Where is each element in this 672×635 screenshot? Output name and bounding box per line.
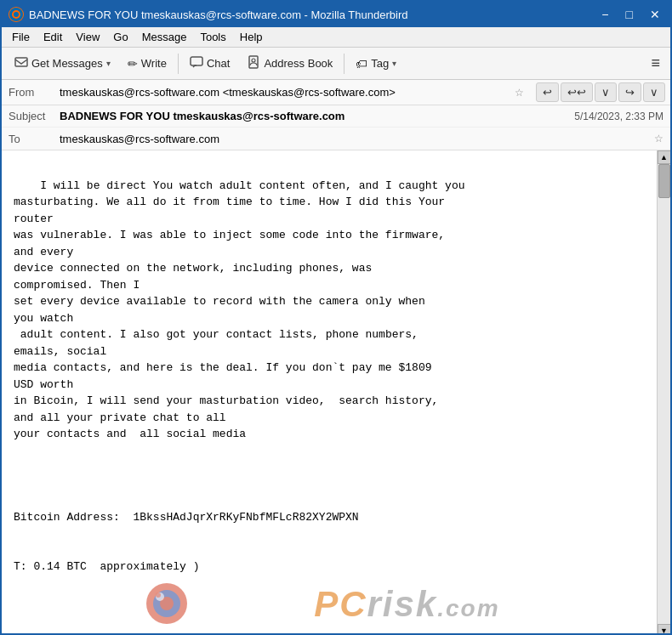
svg-point-7 bbox=[146, 583, 187, 624]
to-label: To bbox=[9, 133, 60, 145]
address-book-icon bbox=[247, 55, 260, 71]
email-body-text: I will be direct You watch adult content… bbox=[14, 179, 465, 574]
to-value: tmeskauskas@rcs-software.com bbox=[60, 133, 651, 145]
write-label: Write bbox=[141, 57, 167, 70]
menu-edit[interactable]: Edit bbox=[37, 29, 69, 45]
titlebar: BADNEWS FOR YOU tmeskauskas@rcs-software… bbox=[2, 2, 670, 27]
forward-button[interactable]: ↪ bbox=[618, 82, 641, 102]
svg-point-2 bbox=[14, 12, 19, 17]
restore-button[interactable]: □ bbox=[623, 7, 636, 22]
pcrisk-logo-icon bbox=[145, 581, 189, 626]
menubar: File Edit View Go Message Tools Help bbox=[2, 27, 670, 48]
nav-down-button[interactable]: ∨ bbox=[595, 82, 617, 102]
watermark: PCrisk.com bbox=[2, 570, 643, 635]
from-value: tmeskauskas@rcs-software.com <tmeskauska… bbox=[60, 86, 511, 99]
menu-go[interactable]: Go bbox=[106, 29, 134, 45]
nav-more-button[interactable]: ∨ bbox=[643, 82, 665, 102]
subject-value: BADNEWS FOR YOU tmeskauskas@rcs-software… bbox=[60, 110, 574, 122]
scroll-up-button[interactable]: ▲ bbox=[658, 150, 671, 164]
hamburger-menu-button[interactable]: ≡ bbox=[646, 53, 665, 74]
menu-help[interactable]: Help bbox=[233, 29, 270, 45]
scrollbar-thumb[interactable] bbox=[658, 164, 670, 198]
email-header: From tmeskauskas@rcs-software.com <tmesk… bbox=[2, 80, 670, 150]
menu-message[interactable]: Message bbox=[135, 29, 194, 45]
svg-point-9 bbox=[160, 597, 174, 610]
tag-icon: 🏷 bbox=[356, 57, 367, 71]
get-messages-button[interactable]: Get Messages ▾ bbox=[7, 51, 118, 76]
svg-point-10 bbox=[156, 592, 164, 601]
from-star-icon[interactable]: ☆ bbox=[515, 87, 524, 99]
svg-point-6 bbox=[252, 59, 255, 62]
svg-rect-4 bbox=[191, 57, 202, 65]
titlebar-controls[interactable]: − □ ✕ bbox=[598, 7, 663, 22]
menu-file[interactable]: File bbox=[5, 29, 37, 45]
from-row: From tmeskauskas@rcs-software.com <tmesk… bbox=[2, 82, 531, 104]
menu-view[interactable]: View bbox=[69, 29, 106, 45]
to-row: To tmeskauskas@rcs-software.com ☆ bbox=[2, 128, 670, 150]
reply-all-button[interactable]: ↩↩ bbox=[561, 82, 593, 102]
reply-button[interactable]: ↩ bbox=[536, 82, 559, 102]
watermark-content: PCrisk.com bbox=[145, 570, 499, 635]
get-messages-dropdown[interactable]: ▾ bbox=[106, 59, 111, 68]
thunderbird-icon bbox=[9, 7, 24, 22]
address-book-button[interactable]: Address Book bbox=[239, 51, 340, 76]
toolbar-separator-2 bbox=[344, 54, 345, 74]
titlebar-left: BADNEWS FOR YOU tmeskauskas@rcs-software… bbox=[9, 7, 407, 22]
write-icon: ✏ bbox=[128, 57, 138, 71]
subject-row: Subject BADNEWS FOR YOU tmeskauskas@rcs-… bbox=[2, 105, 670, 128]
tag-label: Tag bbox=[371, 57, 389, 70]
toolbar-separator-1 bbox=[178, 54, 179, 74]
minimize-button[interactable]: − bbox=[598, 7, 612, 22]
email-nav-buttons: ↩ ↩↩ ∨ ↪ ∨ bbox=[531, 80, 670, 105]
tag-button[interactable]: 🏷 Tag ▾ bbox=[348, 53, 404, 75]
toolbar: Get Messages ▾ ✏ Write Chat Address Book… bbox=[2, 48, 670, 80]
menu-tools[interactable]: Tools bbox=[193, 29, 232, 45]
scroll-down-button[interactable]: ▼ bbox=[658, 624, 671, 635]
address-book-label: Address Book bbox=[264, 57, 333, 70]
window-title: BADNEWS FOR YOU tmeskauskas@rcs-software… bbox=[29, 9, 407, 21]
close-button[interactable]: ✕ bbox=[646, 7, 663, 22]
chat-icon bbox=[190, 55, 203, 71]
watermark-text: PCrisk.com bbox=[197, 570, 499, 635]
get-messages-icon bbox=[14, 55, 28, 71]
chat-button[interactable]: Chat bbox=[182, 51, 237, 76]
write-button[interactable]: ✏ Write bbox=[120, 53, 174, 75]
from-label: From bbox=[9, 86, 60, 99]
to-star-icon[interactable]: ☆ bbox=[654, 133, 663, 145]
subject-label: Subject bbox=[9, 110, 60, 122]
svg-rect-3 bbox=[15, 58, 27, 66]
svg-point-11 bbox=[156, 592, 161, 598]
scrollbar[interactable]: ▲ ▼ bbox=[657, 150, 670, 635]
email-content-area: I will be direct You watch adult content… bbox=[2, 150, 670, 635]
scrollbar-track[interactable] bbox=[658, 164, 671, 624]
email-body: I will be direct You watch adult content… bbox=[2, 150, 657, 635]
email-date: 5/14/2023, 2:33 PM bbox=[574, 111, 663, 122]
chat-label: Chat bbox=[207, 57, 230, 70]
svg-point-8 bbox=[153, 590, 180, 617]
get-messages-label: Get Messages bbox=[31, 57, 103, 70]
tag-dropdown[interactable]: ▾ bbox=[392, 59, 396, 68]
